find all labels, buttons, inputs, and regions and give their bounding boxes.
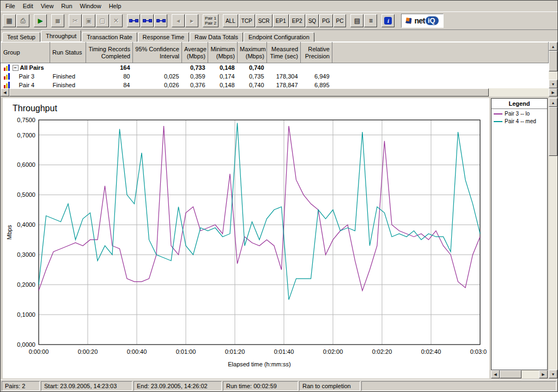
print-button[interactable]: ⎙ <box>16 14 29 27</box>
view-ep1-button[interactable]: EP1 <box>273 14 289 27</box>
table-row[interactable]: −All Pairs1640,7330,1480,740 <box>1 63 549 73</box>
tab-raw-data-totals[interactable]: Raw Data Totals <box>190 32 243 42</box>
tab-throughput[interactable]: Throughput <box>41 30 81 41</box>
toolbar: ▦⎙▶◼✂▣▢✕◂▸Pair 1Pair 2ALLTCPSCREP1EP2SQP… <box>1 11 557 30</box>
status-panel: Pairs: 2 <box>2 381 40 391</box>
view-tcp-button[interactable]: TCP <box>239 14 255 27</box>
add-group-button[interactable] <box>154 14 167 27</box>
delete-button[interactable]: ✕ <box>110 14 123 27</box>
scroll-left-icon[interactable]: ◀ <box>1 88 9 97</box>
legend-horizontal-scrollbar[interactable]: ◀ ▶ <box>491 370 548 378</box>
view-sq-button[interactable]: SQ <box>306 14 319 27</box>
series-color-swatch <box>494 121 502 122</box>
scrollbar-thumb[interactable] <box>500 370 521 378</box>
view-pc-button[interactable]: PC <box>333 14 347 27</box>
edit-pair-button[interactable] <box>141 14 154 27</box>
legend-item[interactable]: Pair 4 -- med <box>492 117 547 124</box>
legend-items: Pair 3 -- loPair 4 -- med <box>492 109 547 124</box>
tab-response-time[interactable]: Response Time <box>138 32 189 42</box>
table-vertical-scrollbar[interactable]: ▲ ▼ <box>549 42 557 88</box>
main-vertical-scrollbar[interactable]: ▲ ▼ <box>549 98 557 378</box>
column-header-relative[interactable]: Relative Precision <box>301 43 332 63</box>
tab-test-setup[interactable]: Test Setup <box>2 32 40 42</box>
table-row[interactable]: Pair 3Finished800,0250,3590,1740,735178,… <box>1 72 549 81</box>
view-pg-button[interactable]: PG <box>319 14 332 27</box>
copy-icon: ▣ <box>86 17 92 24</box>
tab-endpoint-configuration[interactable]: Endpoint Configuration <box>244 32 314 42</box>
scroll-left-icon[interactable]: ◀ <box>491 370 500 378</box>
scroll-down-icon[interactable]: ▼ <box>549 370 557 378</box>
column-header-timing-records[interactable]: Timing Records Completed <box>86 43 133 63</box>
scrollbar-thumb[interactable] <box>549 51 557 71</box>
status-panel: Start: 23.09.2005, 14:23:03 <box>41 381 132 391</box>
scrollbar-thumb[interactable] <box>9 88 489 97</box>
svg-text:0:00:00: 0:00:00 <box>29 348 49 355</box>
help-info-icon: i <box>384 17 392 25</box>
collapse-toggle-icon[interactable]: − <box>13 65 19 71</box>
svg-text:0,7000: 0,7000 <box>17 132 35 138</box>
column-header-group[interactable]: Group <box>1 43 50 63</box>
scroll-up-icon[interactable]: ▲ <box>549 98 557 107</box>
svg-text:0:02:40: 0:02:40 <box>421 348 441 355</box>
column-header-minimum[interactable]: Minimum (Mbps) <box>208 43 238 63</box>
svg-text:Mbps: Mbps <box>6 225 13 239</box>
cell-min: 0,148 <box>208 81 238 88</box>
view-ep2-button[interactable]: EP2 <box>289 14 305 27</box>
menu-window[interactable]: Window <box>76 2 105 10</box>
cell-confidence <box>133 63 182 73</box>
scroll-up-icon[interactable]: ▲ <box>549 42 557 51</box>
new-test-button[interactable]: ▦ <box>3 14 16 27</box>
scroll-right-icon[interactable]: ▶ <box>549 88 557 97</box>
menu-help[interactable]: Help <box>105 2 125 10</box>
tab-transaction-rate[interactable]: Transaction Rate <box>82 32 137 42</box>
legend-panel: Legend Pair 3 -- loPair 4 -- med <box>491 98 548 370</box>
cell-avg: 0,733 <box>182 63 208 73</box>
scrollbar-track[interactable] <box>549 51 557 80</box>
copy-button[interactable]: ▣ <box>82 14 95 27</box>
column-header-95-confidence[interactable]: 95% Confidence Interval <box>133 43 182 63</box>
cut-button[interactable]: ✂ <box>69 14 82 27</box>
view-all-button[interactable]: ALL <box>223 14 238 27</box>
column-header-average[interactable]: Average (Mbps) <box>182 43 208 63</box>
svg-text:0:02:20: 0:02:20 <box>372 348 392 355</box>
scrollbar-track[interactable] <box>500 370 539 378</box>
scrollbar-track[interactable] <box>9 88 549 97</box>
toggle-legend-button[interactable]: ≡ <box>364 14 377 27</box>
menu-view[interactable]: View <box>37 2 58 10</box>
menu-run[interactable]: Run <box>57 2 76 10</box>
column-header-run-status[interactable]: Run Status <box>50 43 86 63</box>
stop-test-button[interactable]: ◼ <box>51 14 64 27</box>
scrollbar-thumb[interactable] <box>549 107 557 156</box>
move-up-button[interactable]: ◂ <box>172 14 185 27</box>
view-scr-button[interactable]: SCR <box>256 14 272 27</box>
cell-records: 80 <box>86 72 133 81</box>
menu-file[interactable]: File <box>2 2 19 10</box>
chart-title: Throughput <box>3 98 489 114</box>
group-name: Pair 3 <box>13 72 35 81</box>
toolbar-group: ◼ <box>51 14 65 27</box>
scroll-down-icon[interactable]: ▼ <box>549 80 557 88</box>
menu-edit[interactable]: Edit <box>19 2 37 10</box>
table-horizontal-scrollbar[interactable]: ◀ ▶ <box>1 88 557 97</box>
print-icon: ⎙ <box>20 17 26 24</box>
toggle-grid-button[interactable]: ▤ <box>350 14 363 27</box>
svg-text:0:02:00: 0:02:00 <box>323 348 343 355</box>
table-row[interactable]: Pair 4Finished840,0260,3760,1480,740178,… <box>1 81 549 88</box>
scrollbar-track[interactable] <box>549 107 557 370</box>
scroll-right-icon[interactable]: ▶ <box>539 370 548 378</box>
toggle-grid-icon: ▤ <box>354 17 360 24</box>
series-label: Pair 4 -- med <box>505 118 536 124</box>
move-down-button[interactable]: ▸ <box>185 14 198 27</box>
legend-item[interactable]: Pair 3 -- lo <box>492 109 547 117</box>
toolbar-group: ◂▸ <box>172 14 199 27</box>
paste-button[interactable]: ▢ <box>96 14 109 27</box>
run-test-button[interactable]: ▶ <box>34 14 47 27</box>
svg-text:0,5000: 0,5000 <box>17 191 35 198</box>
cell-precision: 6,895 <box>301 81 332 88</box>
status-panel: Run time: 00:02:59 <box>223 381 298 391</box>
column-header-maximum[interactable]: Maximum (Mbps) <box>238 43 267 63</box>
pair-filter-button[interactable]: Pair 1Pair 2 <box>203 14 219 27</box>
column-header-measured[interactable]: Measured Time (sec) <box>267 43 301 63</box>
help-info-button[interactable]: i <box>381 14 395 27</box>
add-pair-button[interactable] <box>127 14 140 27</box>
